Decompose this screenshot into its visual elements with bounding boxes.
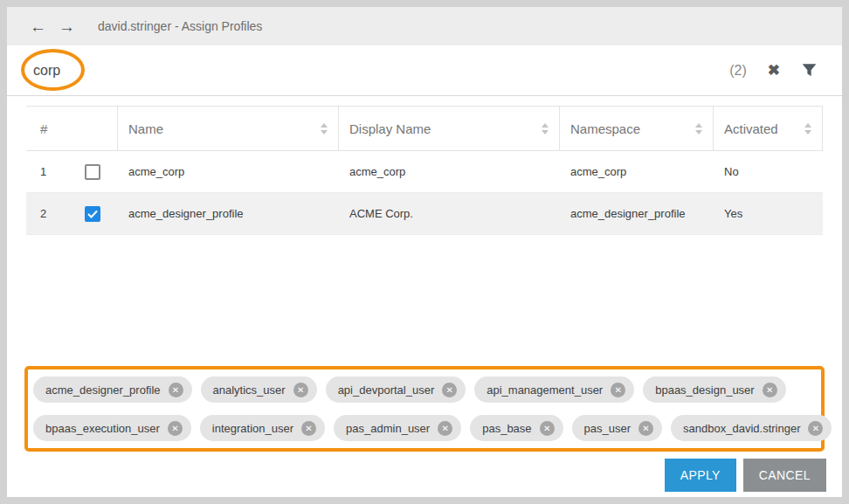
sort-icon[interactable]: [321, 123, 328, 135]
chip-label: bpaas_execution_user: [45, 422, 160, 435]
sort-icon[interactable]: [542, 123, 549, 135]
search-controls: (2) ✖: [729, 63, 818, 79]
remove-chip-icon[interactable]: ✕: [442, 383, 457, 397]
screenshot-frame: ← → david.stringer - Assign Profiles cor…: [0, 0, 849, 504]
cancel-button[interactable]: CANCEL: [743, 459, 826, 492]
column-header-namespace[interactable]: Namespace: [560, 107, 714, 150]
chip-label: bpaas_design_user: [655, 383, 754, 397]
chip-label: sandbox_david.stringer: [683, 422, 800, 435]
remove-chip-icon[interactable]: ✕: [540, 421, 555, 436]
sort-icon[interactable]: [804, 123, 811, 135]
profile-chip: analytics_user ✕: [201, 376, 317, 403]
chip-row: bpaas_execution_user ✕ integration_user …: [33, 415, 816, 441]
index-cell: 1: [26, 151, 118, 192]
column-header-display-name[interactable]: Display Name: [339, 107, 560, 150]
dialog-actions: APPLY CANCEL: [665, 459, 826, 492]
profile-chip: bpaas_execution_user ✕: [33, 415, 191, 441]
profile-chip: integration_user ✕: [200, 415, 325, 441]
name-cell: acme_corp: [118, 151, 339, 192]
chip-label: pas_admin_user: [346, 422, 430, 435]
profile-chip: pas_base ✕: [470, 415, 563, 441]
column-header-name[interactable]: Name: [118, 107, 339, 150]
row-number: 1: [40, 165, 46, 178]
profiles-table: # Name Display Name Namespace Activated: [26, 106, 823, 235]
remove-chip-icon[interactable]: ✕: [169, 383, 183, 397]
row-checkbox[interactable]: [85, 164, 100, 180]
remove-chip-icon[interactable]: ✕: [611, 383, 625, 397]
remove-chip-icon[interactable]: ✕: [293, 383, 308, 397]
column-label: Activated: [724, 121, 778, 136]
index-cell: 2: [26, 193, 118, 234]
annotation-rectangle: acme_designer_profile ✕ analytics_user ✕…: [24, 366, 825, 452]
table-header-row: # Name Display Name Namespace Activated: [26, 106, 823, 151]
column-label: Display Name: [349, 121, 431, 136]
column-label: #: [40, 121, 47, 136]
row-checkbox[interactable]: [85, 206, 100, 222]
column-label: Name: [128, 121, 163, 136]
activated-cell: No: [714, 151, 823, 192]
table-row[interactable]: 1 acme_corp acme_corp acme_corp No: [26, 151, 823, 193]
chip-label: integration_user: [212, 422, 293, 435]
profile-chip: bpaas_design_user ✕: [643, 376, 785, 403]
chip-label: api_management_user: [487, 383, 603, 397]
display-name-cell: acme_corp: [339, 151, 560, 192]
display-name-cell: ACME Corp.: [339, 193, 560, 234]
search-input[interactable]: corp: [33, 63, 60, 79]
page-title: david.stringer - Assign Profiles: [98, 19, 262, 33]
remove-chip-icon[interactable]: ✕: [301, 421, 316, 436]
search-bar: corp (2) ✖: [7, 45, 842, 96]
chip-label: analytics_user: [213, 383, 286, 397]
remove-chip-icon[interactable]: ✕: [808, 421, 823, 436]
remove-chip-icon[interactable]: ✕: [168, 421, 183, 436]
filter-icon[interactable]: [801, 63, 818, 79]
profile-chip: pas_admin_user ✕: [334, 415, 461, 441]
forward-icon[interactable]: →: [59, 18, 75, 35]
profile-chip: acme_designer_profile ✕: [33, 376, 192, 403]
profile-chip: pas_user ✕: [572, 415, 662, 441]
chip-label: api_devportal_user: [338, 383, 435, 397]
result-count: (2): [729, 63, 747, 79]
name-cell: acme_designer_profile: [118, 193, 339, 234]
chip-label: acme_designer_profile: [45, 383, 161, 397]
namespace-cell: acme_designer_profile: [560, 193, 714, 234]
sort-icon[interactable]: [695, 123, 702, 135]
clear-search-icon[interactable]: ✖: [768, 63, 780, 78]
column-header-index: #: [26, 107, 118, 150]
remove-chip-icon[interactable]: ✕: [763, 383, 777, 397]
profile-chip: api_devportal_user ✕: [326, 376, 466, 403]
dialog-header: ← → david.stringer - Assign Profiles: [7, 7, 842, 45]
chip-row: acme_designer_profile ✕ analytics_user ✕…: [33, 376, 816, 403]
namespace-cell: acme_corp: [560, 151, 714, 192]
remove-chip-icon[interactable]: ✕: [638, 421, 653, 436]
chip-label: pas_base: [482, 422, 531, 435]
chip-label: pas_user: [584, 422, 631, 435]
assign-profiles-dialog: ← → david.stringer - Assign Profiles cor…: [7, 7, 842, 497]
row-number: 2: [40, 207, 46, 220]
back-icon[interactable]: ←: [30, 18, 46, 35]
apply-button[interactable]: APPLY: [665, 459, 736, 492]
activated-cell: Yes: [714, 193, 823, 234]
column-header-activated[interactable]: Activated: [714, 107, 823, 150]
remove-chip-icon[interactable]: ✕: [438, 421, 452, 436]
table-row[interactable]: 2 acme_designer_profile ACME Corp. acme_…: [26, 193, 823, 235]
profile-chip: sandbox_david.stringer ✕: [671, 415, 832, 441]
column-label: Namespace: [570, 121, 640, 136]
profile-chip: api_management_user ✕: [474, 376, 634, 403]
